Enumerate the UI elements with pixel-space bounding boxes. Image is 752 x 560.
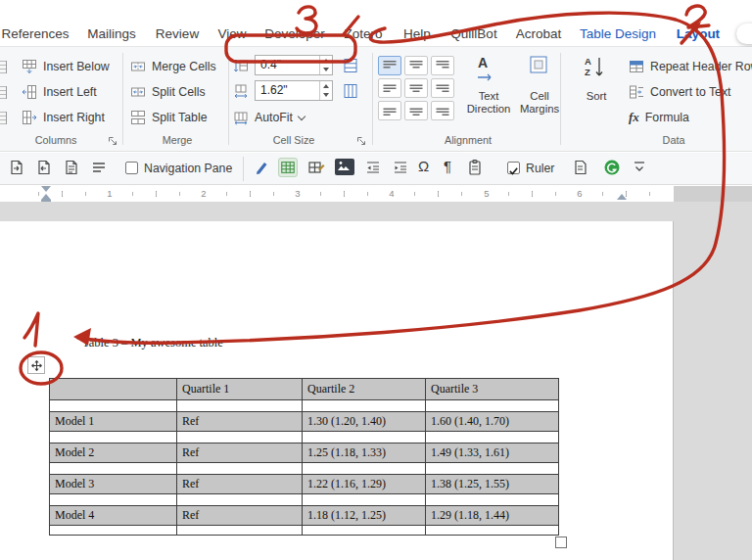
align-top-center-button[interactable] <box>404 56 428 75</box>
table-gap-cell[interactable] <box>177 432 303 443</box>
line-spacing-icon[interactable] <box>90 159 108 176</box>
align-center-button[interactable] <box>404 78 428 98</box>
table-cell[interactable]: 1.22 (1.16, 1.29) <box>303 475 426 494</box>
row-height-input[interactable]: 0.4" <box>255 55 333 75</box>
table-gap-cell[interactable] <box>303 400 426 412</box>
ruler-label[interactable]: Ruler <box>526 162 554 175</box>
table-gap-cell[interactable] <box>426 494 559 506</box>
first-line-indent-marker[interactable] <box>41 186 51 192</box>
table-gap-cell[interactable] <box>177 400 303 412</box>
table-resize-handle[interactable] <box>555 537 567 548</box>
align-top-left-button[interactable] <box>378 56 401 75</box>
table-gap-cell[interactable] <box>426 463 559 475</box>
table-cell[interactable]: 1.18 (1.12, 1.25) <box>303 506 426 526</box>
text-direction-icon[interactable] <box>476 72 495 82</box>
table-caption[interactable]: Table 3 – My awesome table <box>82 336 223 350</box>
tab-review[interactable]: Review <box>156 26 199 41</box>
table-gap-cell[interactable] <box>426 400 559 412</box>
pilcrow-icon[interactable]: ¶ <box>444 158 451 174</box>
view-gridlines-button[interactable] <box>278 158 298 177</box>
formula-button[interactable]: fx Formula <box>629 107 689 128</box>
sort-label[interactable]: Sort <box>587 90 607 102</box>
table-gap-cell[interactable] <box>303 432 426 443</box>
table-cell[interactable]: 1.30 (1.20, 1.40) <box>303 412 426 432</box>
table-cell[interactable]: Ref <box>177 475 303 494</box>
table-gap-cell[interactable] <box>426 526 559 536</box>
text-direction-label-2[interactable]: Direction <box>467 103 511 115</box>
column-width-stepper[interactable] <box>319 81 332 100</box>
tab-quillbot[interactable]: QuillBot <box>450 26 496 41</box>
table-cell[interactable]: 1.49 (1.33, 1.61) <box>426 443 559 463</box>
navigation-pane-label[interactable]: Navigation Pane <box>144 162 232 175</box>
draw-pen-icon[interactable] <box>253 159 270 176</box>
tab-references[interactable]: References <box>1 26 69 41</box>
grammarly-icon[interactable] <box>603 159 621 176</box>
horizontal-ruler[interactable]: 1 2 3 4 5 6 <box>0 186 752 202</box>
table-gap-cell[interactable] <box>50 526 177 536</box>
tab-layout[interactable]: Layout <box>677 26 720 41</box>
cell-size-dialog-launcher-icon[interactable] <box>356 136 366 146</box>
export-page-icon[interactable] <box>8 159 25 176</box>
distribute-columns-icon[interactable] <box>343 83 358 99</box>
align-bottom-right-button[interactable] <box>431 101 454 120</box>
table-gap-cell[interactable] <box>50 463 177 475</box>
split-table-button[interactable]: Split Table <box>130 107 208 128</box>
table-header-cell[interactable]: Quartile 3 <box>426 379 559 400</box>
align-top-right-button[interactable] <box>431 56 454 75</box>
cropped-top-right-button[interactable] <box>736 23 752 44</box>
right-indent-marker[interactable] <box>617 194 627 200</box>
navigation-pane-checkbox[interactable] <box>125 162 138 174</box>
tab-table-design[interactable]: Table Design <box>580 26 656 41</box>
text-direction-glyph[interactable]: A <box>478 55 488 70</box>
autofit-button[interactable]: AutoFit <box>233 107 305 128</box>
stepper-down-icon[interactable] <box>320 91 332 101</box>
table-gap-cell[interactable] <box>50 400 177 412</box>
column-width-input[interactable]: 1.62" <box>255 80 333 101</box>
table-header-cell[interactable]: Quartile 2 <box>303 379 426 400</box>
table-gap-cell[interactable] <box>177 463 303 475</box>
stepper-down-icon[interactable] <box>320 66 332 75</box>
toolbar-overflow-icon[interactable] <box>631 159 648 176</box>
align-bottom-center-button[interactable] <box>404 101 428 120</box>
table-gap-cell[interactable] <box>303 463 426 475</box>
table-cell[interactable]: Ref <box>177 443 303 463</box>
repeat-header-rows-button[interactable]: Repeat Header Rows <box>629 56 752 77</box>
increase-indent-icon[interactable] <box>392 159 409 176</box>
table-gap-cell[interactable] <box>426 432 559 443</box>
ruler-checkbox[interactable] <box>507 162 520 174</box>
document-text-icon[interactable] <box>63 159 80 176</box>
align-center-right-button[interactable] <box>431 78 454 98</box>
table-draw-icon[interactable] <box>307 159 325 176</box>
row-height-value[interactable]: 0.4" <box>256 56 319 74</box>
table-header-cell[interactable]: Quartile 1 <box>177 379 303 400</box>
page-badge-icon[interactable] <box>572 159 589 176</box>
cell-margins-label-2[interactable]: Margins <box>520 103 559 115</box>
table-gap-cell[interactable] <box>303 494 426 506</box>
stepper-up-icon[interactable] <box>320 56 332 66</box>
table-cell[interactable]: 1.25 (1.18, 1.33) <box>303 443 426 463</box>
tab-zotero[interactable]: Zotero <box>344 26 382 41</box>
table-cell[interactable]: Model 3 <box>50 475 177 494</box>
merge-cells-button[interactable]: Merge Cells <box>130 56 216 77</box>
insert-left-button[interactable]: Insert Left <box>22 81 97 103</box>
sort-button[interactable]: A Z <box>585 56 604 79</box>
align-center-left-button[interactable] <box>378 78 401 98</box>
table-cell[interactable]: 1.60 (1.40, 1.70) <box>426 412 559 432</box>
table-cell[interactable]: Ref <box>177 506 303 526</box>
table-move-handle[interactable] <box>27 356 45 374</box>
stepper-up-icon[interactable] <box>320 81 332 91</box>
column-width-value[interactable]: 1.62" <box>256 81 319 100</box>
distribute-rows-icon[interactable] <box>343 58 358 73</box>
tab-developer[interactable]: Developer <box>264 26 325 41</box>
table-cell[interactable]: Ref <box>177 412 303 432</box>
tab-help[interactable]: Help <box>403 26 431 41</box>
text-direction-label-1[interactable]: Text <box>479 90 499 102</box>
insert-right-button[interactable]: Insert Right <box>22 107 105 128</box>
cell-margins-icon[interactable] <box>529 55 548 74</box>
row-height-stepper[interactable] <box>319 56 332 74</box>
table-cell[interactable]: 1.38 (1.25, 1.55) <box>426 475 559 494</box>
split-cells-button[interactable]: Split Cells <box>130 81 206 103</box>
document-table[interactable]: Quartile 1 Quartile 2 Quartile 3 Model 1… <box>49 378 559 536</box>
tab-acrobat[interactable]: Acrobat <box>516 26 562 41</box>
columns-dialog-launcher-icon[interactable] <box>108 136 118 146</box>
